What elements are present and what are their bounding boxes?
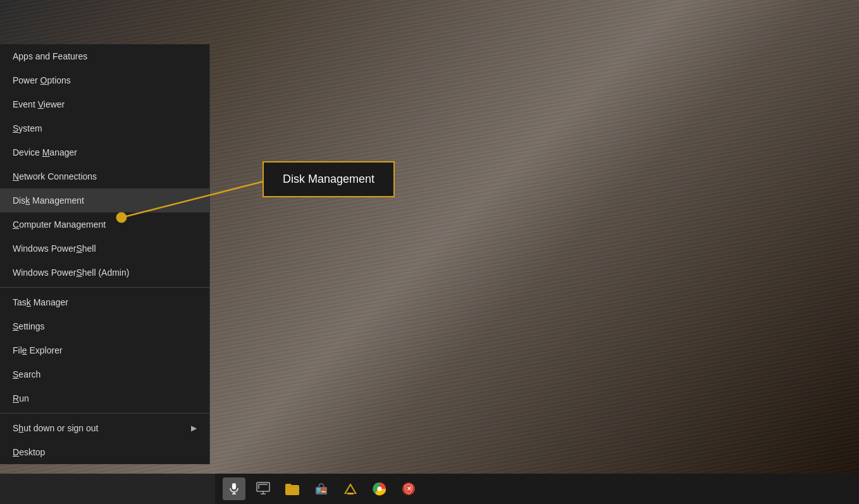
taskbar-file-explorer[interactable] xyxy=(278,475,306,503)
menu-item-event-viewer[interactable]: Event Viewer xyxy=(0,92,209,116)
taskbar-vlc[interactable] xyxy=(337,475,364,503)
taskbar-security[interactable]: ✕ xyxy=(395,475,423,503)
menu-item-network-connections[interactable]: Network Connections xyxy=(0,164,209,188)
tooltip-label: Disk Management xyxy=(283,173,374,185)
menu-item-file-explorer[interactable]: File Explorer xyxy=(0,338,209,362)
svg-rect-20 xyxy=(347,493,354,495)
menu-item-search[interactable]: Search xyxy=(0,362,209,386)
svg-rect-2 xyxy=(232,483,236,489)
mic-icon xyxy=(223,477,245,500)
tooltip-box: Disk Management xyxy=(263,161,395,197)
menu-item-shutdown[interactable]: Shut down or sign out ▶ xyxy=(0,416,209,440)
menu-item-windows-powershell[interactable]: Windows PowerShell xyxy=(0,237,209,261)
menu-item-run[interactable]: Run xyxy=(0,386,209,410)
svg-rect-15 xyxy=(321,488,326,490)
menu-item-device-manager[interactable]: Device Manager xyxy=(0,140,209,164)
menu-item-system[interactable]: System xyxy=(0,116,209,140)
menu-item-desktop[interactable]: Desktop xyxy=(0,440,209,464)
svg-text:✕: ✕ xyxy=(407,486,412,492)
taskbar-store[interactable]: M xyxy=(307,475,335,503)
menu-item-settings[interactable]: Settings xyxy=(0,314,209,338)
taskbar-start-region xyxy=(0,474,215,504)
context-menu: Apps and Features Power Options Event Vi… xyxy=(0,44,210,464)
svg-rect-16 xyxy=(317,491,321,493)
taskbar: M xyxy=(0,474,859,504)
menu-item-computer-management[interactable]: Computer Management xyxy=(0,212,209,237)
taskbar-display[interactable] xyxy=(249,475,277,503)
svg-rect-14 xyxy=(317,488,321,490)
menu-item-windows-powershell-admin[interactable]: Windows PowerShell (Admin) xyxy=(0,261,209,285)
menu-divider-1 xyxy=(0,287,209,288)
menu-divider-2 xyxy=(0,413,209,414)
taskbar-microphone[interactable] xyxy=(220,475,248,503)
menu-item-task-manager[interactable]: Task Manager xyxy=(0,290,209,314)
menu-item-power-options[interactable]: Power Options xyxy=(0,68,209,92)
taskbar-icons: M xyxy=(215,475,428,503)
svg-rect-17 xyxy=(321,491,326,493)
menu-item-apps-features[interactable]: Apps and Features xyxy=(0,44,209,68)
submenu-arrow: ▶ xyxy=(191,424,197,433)
menu-item-disk-management[interactable]: Disk Management xyxy=(0,188,209,212)
svg-point-23 xyxy=(378,487,382,491)
taskbar-chrome[interactable] xyxy=(366,475,393,503)
